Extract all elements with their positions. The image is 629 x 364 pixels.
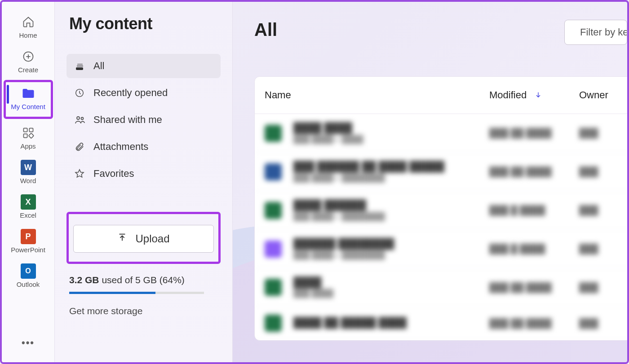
apps-icon (22, 126, 35, 140)
filter-favorites[interactable]: Favorites (66, 162, 221, 186)
clock-icon (75, 88, 87, 98)
star-icon (75, 168, 87, 179)
storage-rest: used of 5 GB (64%) (102, 275, 184, 285)
filter-attachments[interactable]: Attachments (66, 135, 221, 159)
table-row[interactable]: ██████ ███████████ ████ ▸ ████████ ███ █… (255, 230, 627, 268)
rail-excel[interactable]: X Excel (4, 191, 53, 225)
svg-rect-4 (28, 133, 34, 139)
filter-shared[interactable]: Shared with me (66, 108, 221, 132)
file-icon (265, 202, 282, 219)
filter-list: All Recently opened Shared with me Attac… (66, 54, 221, 186)
svg-rect-3 (23, 134, 27, 137)
filter-attachments-label: Attachments (93, 141, 148, 153)
svg-point-7 (81, 118, 84, 120)
folder-icon (22, 87, 35, 100)
svg-point-6 (77, 117, 80, 119)
filter-shared-label: Shared with me (93, 114, 162, 126)
file-icon (265, 163, 282, 180)
upload-highlight: Upload (66, 212, 221, 264)
upload-button[interactable]: Upload (73, 225, 214, 253)
table-row[interactable]: ████ ██ █████ ████ ███ ██ ███████ (255, 307, 627, 340)
rail-apps-label: Apps (20, 142, 35, 150)
rail-more[interactable]: ••• (22, 337, 35, 349)
filter-all[interactable]: All (66, 54, 221, 78)
column-name[interactable]: Name (265, 89, 489, 101)
word-icon: W (21, 161, 36, 174)
rail-outlook-label: Outlook (17, 281, 40, 288)
filter-by-keyword-button[interactable]: Filter by ke (564, 20, 627, 45)
upload-label: Upload (135, 232, 169, 245)
rail-apps[interactable]: Apps (4, 122, 53, 156)
main-content: All Filter by ke Name Modified Owner ███… (233, 2, 627, 362)
rail-powerpoint[interactable]: P PowerPoint (4, 225, 53, 260)
rail-create-label: Create (18, 66, 38, 74)
panel-title: My content (69, 14, 221, 33)
outlook-icon: O (21, 264, 36, 278)
rail-powerpoint-label: PowerPoint (11, 246, 45, 254)
rail-my-content[interactable]: My Content (4, 80, 53, 119)
filter-all-label: All (93, 60, 104, 72)
column-modified[interactable]: Modified (489, 89, 579, 101)
rail-create[interactable]: Create (4, 45, 53, 80)
table-header: Name Modified Owner (255, 77, 627, 114)
storage-bar (69, 292, 204, 294)
file-icon (265, 241, 282, 258)
filter-recently-opened[interactable]: Recently opened (66, 81, 221, 105)
plus-circle-icon (22, 50, 35, 63)
rail-word-label: Word (20, 177, 36, 184)
content-table: Name Modified Owner ████ ███████ ████ ▸ … (254, 76, 627, 341)
get-more-storage[interactable]: Get more storage (69, 306, 221, 316)
content-panel: My content All Recently opened Shared wi… (55, 2, 233, 362)
rail-word[interactable]: W Word (4, 156, 53, 191)
sort-arrow-down-icon (535, 89, 542, 101)
table-row[interactable]: ████ ███████ ████ ▸ ████ ███ ██ ███████ (255, 114, 627, 153)
upload-icon (117, 232, 127, 245)
stack-icon (75, 61, 87, 71)
rail-home-label: Home (19, 31, 37, 39)
svg-rect-2 (29, 128, 33, 132)
paperclip-icon (75, 141, 87, 152)
file-icon (265, 125, 282, 142)
filter-recent-label: Recently opened (93, 87, 168, 99)
file-icon (265, 279, 282, 296)
rail-outlook[interactable]: O Outlook (4, 260, 53, 294)
people-icon (75, 114, 87, 125)
rail-my-content-label: My Content (11, 103, 45, 110)
storage-text: 3.2 GB used of 5 GB (64%) (69, 275, 221, 285)
table-row[interactable]: ███████ ████ ███ ██ ███████ (255, 268, 627, 307)
ellipsis-icon: ••• (22, 337, 35, 348)
rail-home[interactable]: Home (4, 11, 53, 45)
app-rail: Home Create My Content Apps W Word X Exc… (2, 2, 55, 362)
column-owner[interactable]: Owner (579, 89, 621, 101)
storage-bar-fill (69, 292, 155, 294)
table-row[interactable]: ████ █████████ ████ ▸ ████████ ███ █ ███… (255, 191, 627, 230)
table-row[interactable]: ███ ██████ ██ ████ ████████ ████ ▸ █████… (255, 153, 627, 191)
svg-rect-1 (23, 128, 27, 132)
excel-icon: X (21, 195, 36, 209)
home-icon (22, 15, 35, 29)
file-icon (265, 315, 282, 332)
main-title: All (254, 20, 277, 40)
storage-used: 3.2 GB (69, 275, 99, 285)
rail-excel-label: Excel (20, 211, 36, 219)
filter-favorites-label: Favorites (93, 168, 134, 180)
powerpoint-icon: P (21, 230, 36, 243)
